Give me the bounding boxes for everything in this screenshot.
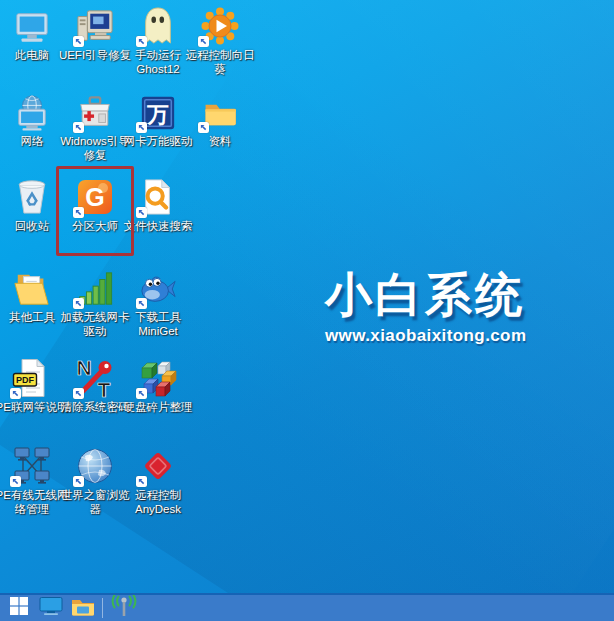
antenna-signal-icon [109,595,139,621]
anydesk-icon [137,446,179,486]
shortcut-arrow-icon [136,36,147,47]
shortcut-arrow-icon [73,298,84,309]
fish-icon [137,268,179,308]
shortcut-arrow-icon [136,298,147,309]
shortcut-arrow-icon [73,388,84,399]
brand-title: 小白系统 [325,270,526,319]
desktop-icon-toolbox[interactable]: Widnows引导修复 [64,92,126,162]
shortcut-arrow-icon [73,476,84,487]
icon-label: 硬盘碎片整理 [119,401,197,415]
nic-driver-icon: 万 [137,92,179,132]
desktop-icon-network-globe-monitor[interactable]: 网络 [1,92,63,149]
desktop-icon-computer-repair[interactable]: UEFI引导修复 [64,6,126,63]
shortcut-arrow-icon [73,36,84,47]
start-button[interactable] [4,595,34,621]
windows-logo-icon [9,596,29,620]
shortcut-arrow-icon [73,207,84,218]
computer-repair-icon [74,6,116,46]
this-pc-task-button[interactable] [36,595,66,621]
defrag-cubes-icon [137,358,179,398]
taskbar-separator [102,598,103,618]
globe-icon [74,446,116,486]
svg-text:PDF: PDF [16,375,35,385]
icon-label: 远程控制AnyDesk [119,489,197,516]
shortcut-arrow-icon [10,388,21,399]
ghost-icon [137,6,179,46]
shortcut-arrow-icon [198,36,209,47]
desktop-icon-file-search[interactable]: 文件快速搜索 [127,177,189,234]
desktop-icon-open-folder[interactable]: 其他工具 [1,268,63,325]
desktop-icon-pdf-doc[interactable]: PDF PE联网等说明 [1,358,63,415]
svg-text:N: N [76,358,91,379]
toolbox-icon [74,92,116,132]
file-search-icon [137,177,179,217]
branding: 小白系统 www.xiaobaixitong.com [325,270,526,346]
pdf-doc-icon: PDF [11,358,53,398]
signal-bars-icon [74,268,116,308]
nt-key-icon: N T [74,358,116,398]
desktop-icon-network-map[interactable]: PE有线无线网络管理 [1,446,63,516]
desktop: 此电脑 UEFI引导修复 手动运行Ghost12 远程控制向日葵 网络 Widn… [0,0,614,621]
desktop-icon-recycle-bin[interactable]: 回收站 [1,177,63,234]
desktop-icon-nt-key[interactable]: N T 清除系统密码 [64,358,126,415]
brand-url: www.xiaobaixitong.com [325,326,526,346]
desktop-icon-this-pc[interactable]: 此电脑 [1,6,63,63]
this-pc-icon [11,6,53,46]
shortcut-arrow-icon [73,122,84,133]
desktop-icon-defrag-cubes[interactable]: 硬盘碎片整理 [127,358,189,415]
icon-label: 资料 [181,135,259,149]
svg-text:T: T [98,378,111,398]
desktop-icon-sunflower[interactable]: 远程控制向日葵 [189,6,251,76]
shortcut-arrow-icon [136,476,147,487]
desktop-icon-anydesk[interactable]: 远程控制AnyDesk [127,446,189,516]
shortcut-arrow-icon [136,207,147,218]
desktop-icon-globe[interactable]: 世界之窗浏览器 [64,446,126,516]
desktop-icon-fish[interactable]: 下载工具MiniGet [127,268,189,338]
partition-master-icon: G [74,177,116,217]
desktop-icon-nic-driver[interactable]: 万 网卡万能驱动 [127,92,189,149]
taskbar [0,593,614,621]
file-explorer-button[interactable] [68,595,98,621]
network-map-icon [11,446,53,486]
network-globe-monitor-icon [11,92,53,132]
monitor-icon [39,596,63,620]
recycle-bin-icon [11,177,53,217]
folder-icon [71,597,95,620]
icon-label: 下载工具MiniGet [119,311,197,338]
svg-text:万: 万 [146,102,169,127]
shortcut-arrow-icon [198,122,209,133]
desktop-icon-signal-bars[interactable]: 加载无线网卡驱动 [64,268,126,338]
sunflower-icon [199,6,241,46]
desktop-icon-partition-master[interactable]: G 分区大师 [64,177,126,234]
icon-label: 文件快速搜索 [119,220,197,234]
svg-text:G: G [85,183,104,211]
icon-label: 远程控制向日葵 [181,49,259,76]
folder-icon [199,92,241,132]
network-tray-icon[interactable] [109,595,139,621]
shortcut-arrow-icon [10,476,21,487]
open-folder-icon [11,268,53,308]
shortcut-arrow-icon [136,122,147,133]
desktop-icon-folder[interactable]: 资料 [189,92,251,149]
desktop-icon-ghost[interactable]: 手动运行Ghost12 [127,6,189,76]
shortcut-arrow-icon [136,388,147,399]
